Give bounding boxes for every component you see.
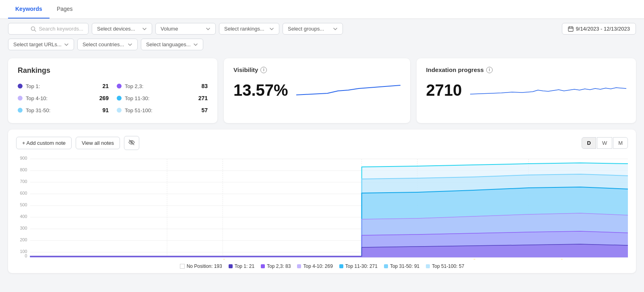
date-range-picker[interactable]: 9/14/2023 - 12/13/2023 — [562, 23, 636, 35]
visibility-value: 13.57% — [233, 81, 288, 99]
ranking-dot-top51100 — [117, 108, 122, 113]
target-urls-filter[interactable]: Select target URLs... — [8, 39, 74, 50]
legend-label-no-position: No Position: 193 — [187, 263, 222, 269]
visibility-title: Visibility i — [233, 66, 400, 73]
legend-dot-top51100 — [426, 264, 430, 268]
ranking-label-top410: Top 4-10: — [26, 95, 96, 101]
svg-text:200: 200 — [20, 237, 27, 242]
ranking-label-top1: Top 1: — [26, 83, 99, 89]
legend-dot-top3150 — [384, 264, 388, 268]
svg-text:600: 600 — [20, 191, 27, 195]
chevron-down-icon — [206, 27, 211, 31]
visibility-card: Visibility i 13.57% — [224, 58, 410, 123]
legend-dot-top410 — [297, 264, 301, 268]
svg-text:G: G — [30, 259, 33, 259]
chart-toolbar: + Add custom note View all notes D W M — [16, 136, 628, 150]
add-note-button[interactable]: + Add custom note — [16, 137, 72, 149]
legend-label-top23: Top 2,3: 83 — [267, 263, 291, 269]
legend-top51100[interactable]: Top 51-100: 57 — [426, 263, 464, 269]
legend-label-top1130: Top 11-30: 271 — [345, 263, 378, 269]
period-day-button[interactable]: D — [582, 137, 596, 149]
svg-text:G: G — [165, 259, 169, 259]
legend-top3150[interactable]: Top 31-50: 91 — [384, 263, 419, 269]
ranking-dot-top3150 — [18, 108, 23, 113]
rankings-label: Select rankings... — [224, 26, 264, 32]
indexation-card: Indexation progress i 2710 — [417, 58, 636, 123]
volume-filter[interactable]: Volume — [155, 23, 216, 35]
main-chart-svg: 900 800 700 600 500 400 300 200 100 0 — [16, 155, 628, 259]
legend-top1[interactable]: Top 1: 21 — [229, 263, 254, 269]
rankings-title: Rankings — [18, 66, 208, 75]
rankings-filter[interactable]: Select rankings... — [219, 23, 279, 35]
rankings-card: Rankings Top 1: 21 Top 2,3: 83 Top 4-1 — [8, 58, 217, 123]
ranking-value-top1: 21 — [102, 83, 109, 89]
devices-filter[interactable]: Select devices... — [92, 23, 152, 35]
top-nav: Keywords Pages — [0, 0, 644, 19]
legend-top1130[interactable]: Top 11-30: 271 — [339, 263, 378, 269]
ranking-value-top23: 83 — [201, 83, 208, 89]
indexation-info-icon[interactable]: i — [486, 67, 493, 73]
legend-dot-top23 — [261, 264, 265, 268]
chevron-down-icon — [269, 27, 274, 31]
visibility-row: 13.57% — [233, 78, 400, 99]
indexation-row: 2710 — [426, 78, 626, 99]
ranking-label-top23: Top 2,3: — [125, 83, 198, 89]
svg-text:900: 900 — [20, 156, 27, 160]
legend-top23[interactable]: Top 2,3: 83 — [261, 263, 291, 269]
indexation-sparkline — [470, 79, 626, 99]
legend-dot-top1 — [229, 264, 233, 268]
tab-keywords[interactable]: Keywords — [8, 0, 50, 19]
search-keywords-input[interactable]: Search keywords... — [8, 23, 89, 35]
chevron-down-icon — [333, 27, 338, 31]
rankings-grid: Top 1: 21 Top 2,3: 83 Top 4-10: 269 — [18, 81, 208, 115]
volume-label: Volume — [161, 26, 178, 32]
period-week-button[interactable]: W — [597, 137, 612, 149]
svg-text:300: 300 — [20, 226, 27, 230]
chart-section: + Add custom note View all notes D W M 9… — [8, 130, 636, 273]
devices-label: Select devices... — [97, 26, 135, 32]
ranking-value-top51100: 57 — [201, 107, 208, 113]
legend-box-no-position — [180, 264, 185, 269]
svg-text:G: G — [360, 259, 363, 259]
filters-row2: Select target URLs... Select countries..… — [0, 39, 644, 54]
legend-label-top1: Top 1: 21 — [235, 263, 254, 269]
ranking-item-top3150: Top 31-50: 91 — [18, 105, 109, 115]
legend-no-position[interactable]: No Position: 193 — [180, 263, 222, 269]
visibility-info-icon[interactable]: i — [260, 67, 267, 73]
ranking-dot-top1130 — [117, 96, 122, 101]
indexation-value: 2710 — [426, 81, 462, 99]
date-range-label: 9/14/2023 - 12/13/2023 — [576, 26, 630, 32]
chevron-down-icon — [142, 27, 147, 31]
tab-pages[interactable]: Pages — [50, 0, 80, 19]
target-urls-label: Select target URLs... — [13, 41, 62, 47]
ranking-dot-top1 — [18, 84, 23, 88]
ranking-value-top410: 269 — [99, 95, 109, 101]
ranking-item-top23: Top 2,3: 83 — [117, 81, 208, 91]
chevron-down-icon — [193, 42, 198, 47]
ranking-value-top3150: 91 — [102, 107, 109, 113]
svg-text:🔑: 🔑 — [557, 259, 564, 259]
chart-area: 900 800 700 600 500 400 300 200 100 0 — [16, 155, 628, 259]
view-notes-button[interactable]: View all notes — [76, 137, 120, 149]
filters-bar: Search keywords... Select devices... Vol… — [0, 19, 644, 39]
svg-text:G: G — [173, 259, 177, 259]
ranking-item-top1130: Top 11-30: 271 — [117, 93, 208, 103]
svg-text:🔑: 🔑 — [470, 259, 477, 259]
ranking-dot-top23 — [117, 84, 122, 88]
svg-rect-2 — [568, 27, 573, 31]
legend-top410[interactable]: Top 4-10: 269 — [297, 263, 332, 269]
svg-text:G: G — [416, 259, 419, 259]
countries-filter[interactable]: Select countries... — [77, 39, 138, 50]
ranking-item-top1: Top 1: 21 — [18, 81, 109, 91]
legend-label-top410: Top 4-10: 269 — [303, 263, 332, 269]
countries-label: Select countries... — [83, 41, 124, 47]
period-month-button[interactable]: M — [613, 137, 628, 149]
notes-eye-button[interactable] — [124, 136, 139, 150]
groups-filter[interactable]: Select groups... — [283, 23, 343, 35]
metrics-row: Rankings Top 1: 21 Top 2,3: 83 Top 4-1 — [8, 58, 636, 123]
svg-text:400: 400 — [20, 214, 27, 219]
legend-label-top51100: Top 51-100: 57 — [432, 263, 464, 269]
svg-text:800: 800 — [20, 167, 27, 172]
languages-filter[interactable]: Select languages... — [141, 39, 203, 50]
ranking-item-top410: Top 4-10: 269 — [18, 93, 109, 103]
